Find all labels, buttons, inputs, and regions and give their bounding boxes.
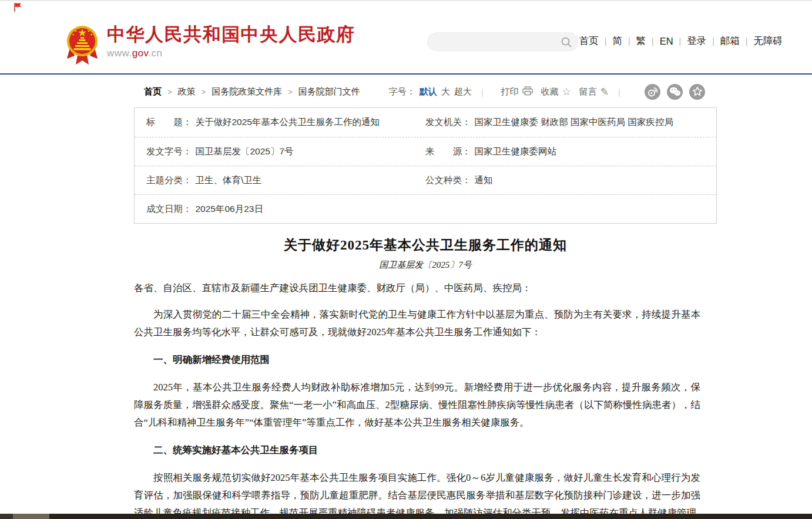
red-flag-icon: [12, 2, 23, 12]
meta-cell: 公文种类： 通知: [425, 174, 716, 187]
meta-value: 卫生、体育\卫生: [196, 174, 262, 187]
font-size-label: 字号：: [389, 86, 415, 97]
nav-link-home[interactable]: 首页: [573, 35, 605, 48]
bottom-bar-segment: [13, 514, 49, 519]
section-2-heading: 二、统筹实施好基本公共卫生服务项目: [134, 442, 700, 459]
section-1-paragraph: 2025年，基本公共卫生服务经费人均财政补助标准增加5元，达到99元。新增经费用…: [134, 379, 700, 432]
meta-row-date: 成文日期： 2025年06月23日: [135, 194, 716, 223]
chevron-right-icon: >: [288, 87, 293, 96]
weibo-icon: [646, 85, 660, 99]
breadcrumb: 首页 > 政策 > 国务院政策文件库 > 国务院部门文件: [144, 86, 360, 97]
toolbar-separator: |: [618, 87, 620, 97]
meta-label: 发文字号：: [146, 146, 192, 158]
breadcrumb-toolbar-row: 首页 > 政策 > 国务院政策文件库 > 国务院部门文件 字号： 默认 大 超大…: [134, 84, 717, 99]
bottom-bar: [0, 514, 812, 519]
meta-cell: 成文日期： 2025年06月23日: [135, 203, 425, 215]
meta-label: 成文日期：: [146, 203, 192, 215]
nav-link-english[interactable]: EN: [654, 36, 679, 47]
search-icon[interactable]: [561, 36, 572, 50]
site-logo-link[interactable]: 中华人民共和国中央人民政府 www.gov.cn: [66, 23, 355, 66]
content-container: 首页 > 政策 > 国务院政策文件库 > 国务院部门文件 字号： 默认 大 超大…: [134, 84, 717, 519]
share-star-button[interactable]: [689, 84, 705, 100]
top-border-line: [0, 0, 812, 1]
meta-value: 2025年06月23日: [196, 203, 263, 215]
favorite-button[interactable]: 收藏 ☆: [541, 86, 571, 97]
share-wechat-button[interactable]: [667, 84, 683, 100]
document-meta-table: 标 题： 关于做好2025年基本公共卫生服务工作的通知 发文机关： 国家卫生健康…: [134, 107, 717, 224]
meta-value: 通知: [475, 174, 493, 187]
meta-cell: 标 题： 关于做好2025年基本公共卫生服务工作的通知: [135, 116, 425, 129]
printer-icon: [522, 86, 533, 97]
url-www: www.: [107, 48, 132, 59]
nav-link-simplified[interactable]: 简: [606, 35, 628, 48]
print-button[interactable]: 打印: [501, 86, 533, 97]
meta-label: 标 题：: [146, 116, 192, 129]
font-size-option-xlarge[interactable]: 超大: [454, 86, 472, 97]
meta-value: 关于做好2025年基本公共卫生服务工作的通知: [196, 116, 380, 129]
font-size-option-default[interactable]: 默认: [420, 86, 437, 97]
meta-label: 公文种类：: [425, 174, 471, 187]
document-body: 各省、自治区、直辖市及新疆生产建设兵团卫生健康委、财政厅（局）、中医药局、疾控局…: [134, 279, 717, 519]
document-number: 国卫基层发〔2025〕7号: [134, 260, 717, 271]
meta-row-category-type: 主题分类： 卫生、体育\卫生 公文种类： 通知: [135, 166, 716, 194]
url-cn: .cn: [148, 48, 162, 59]
site-url: www.gov.cn: [107, 48, 355, 59]
intro-paragraph: 为深入贯彻党的二十届三中全会精神，落实新时代党的卫生与健康工作方针中以基层为重点…: [134, 306, 700, 341]
meta-label: 来 源：: [425, 146, 471, 158]
meta-value: 国家卫生健康委网站: [475, 146, 557, 158]
nav-link-login[interactable]: 登录: [681, 35, 712, 48]
wechat-icon: [668, 85, 682, 99]
share-buttons: [638, 84, 705, 100]
star-badge-icon: [690, 85, 704, 99]
breadcrumb-item-policy-library[interactable]: 国务院政策文件库: [212, 86, 282, 97]
meta-value: 国卫基层发〔2025〕7号: [196, 146, 294, 158]
toolbar-separator: |: [481, 87, 484, 97]
search-box[interactable]: [427, 32, 579, 51]
site-title: 中华人民共和国中央人民政府: [107, 23, 355, 46]
meta-cell: 主题分类： 卫生、体育\卫生: [135, 174, 425, 187]
meta-label: 主题分类：: [146, 174, 192, 187]
meta-cell: 发文机关： 国家卫生健康委 财政部 国家中医药局 国家疾控局: [425, 116, 716, 129]
breadcrumb-item-home[interactable]: 首页: [144, 86, 162, 97]
section-1-heading: 一、明确新增经费使用范围: [134, 351, 700, 369]
salutation-paragraph: 各省、自治区、直辖市及新疆生产建设兵团卫生健康委、财政厅（局）、中医药局、疾控局…: [134, 279, 700, 297]
meta-label: 发文机关：: [425, 116, 471, 129]
page-toolbar: 字号： 默认 大 超大 | 打印 收藏: [389, 84, 705, 100]
pencil-icon: ✎: [600, 87, 609, 97]
breadcrumb-item-policy[interactable]: 政策: [178, 86, 196, 97]
chevron-right-icon: >: [202, 87, 206, 96]
meta-value: 国家卫生健康委 财政部 国家中医药局 国家疾控局: [475, 116, 673, 129]
chevron-right-icon: >: [167, 87, 172, 96]
bottom-bar-segment: [0, 514, 13, 519]
meta-cell: 发文字号： 国卫基层发〔2025〕7号: [135, 146, 425, 158]
font-size-option-large[interactable]: 大: [441, 86, 450, 97]
meta-row-number-source: 发文字号： 国卫基层发〔2025〕7号 来 源： 国家卫生健康委网站: [135, 137, 716, 166]
print-label: 打印: [501, 86, 519, 97]
document-title: 关于做好2025年基本公共卫生服务工作的通知: [134, 236, 717, 254]
national-emblem-icon: [66, 25, 99, 66]
share-weibo-button[interactable]: [645, 84, 660, 100]
comment-button[interactable]: 留言 ✎: [579, 86, 609, 97]
search-input[interactable]: [428, 33, 578, 50]
meta-cell: 来 源： 国家卫生健康委网站: [425, 146, 716, 158]
star-icon: ☆: [562, 87, 571, 97]
nav-link-accessibility[interactable]: 无障碍: [748, 35, 789, 48]
nav-link-mail[interactable]: 邮箱: [714, 35, 746, 48]
nav-link-traditional[interactable]: 繁: [630, 35, 652, 48]
gov-cn-document-page: 中华人民共和国中央人民政府 www.gov.cn 首页| 简| 繁| EN| 登…: [0, 0, 812, 519]
meta-row-title-agency: 标 题： 关于做好2025年基本公共卫生服务工作的通知 发文机关： 国家卫生健康…: [135, 108, 716, 137]
top-navigation: 首页| 简| 繁| EN| 登录| 邮箱| 无障碍: [573, 35, 788, 48]
section-2-paragraph: 按照相关服务规范切实做好2025年基本公共卫生服务项目实施工作。强化0～6岁儿童…: [134, 469, 700, 519]
favorite-label: 收藏: [541, 86, 559, 97]
header-divider: [0, 73, 812, 75]
site-identity: 中华人民共和国中央人民政府 www.gov.cn: [107, 23, 355, 59]
breadcrumb-item-department-docs[interactable]: 国务院部门文件: [298, 86, 360, 97]
comment-label: 留言: [579, 86, 597, 97]
url-gov: gov: [132, 48, 149, 59]
